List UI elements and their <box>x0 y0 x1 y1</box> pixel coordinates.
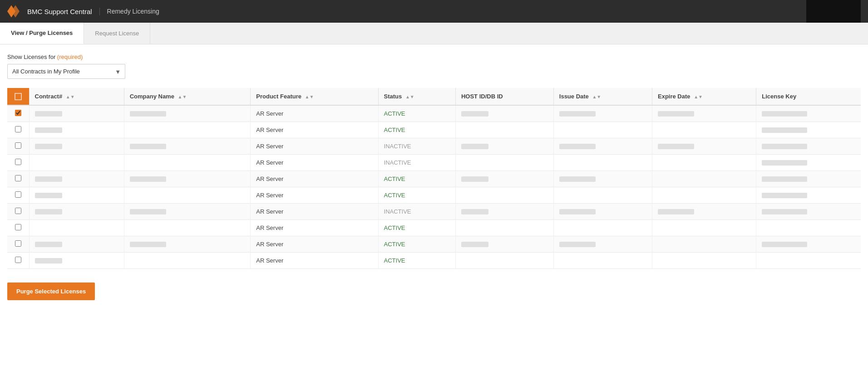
row-checkbox[interactable] <box>15 224 21 230</box>
row-status: ACTIVE <box>378 236 455 252</box>
row-issue-date <box>553 154 652 171</box>
sort-company-icon: ▲▼ <box>178 94 187 99</box>
th-checkbox[interactable] <box>7 88 29 105</box>
row-product: AR Server <box>251 105 378 122</box>
sort-contract-icon: ▲▼ <box>66 94 75 99</box>
row-expire-date <box>652 252 756 268</box>
row-checkbox[interactable] <box>15 240 21 247</box>
row-company <box>124 122 251 138</box>
row-checkbox[interactable] <box>15 142 21 149</box>
row-expire-date <box>652 187 756 203</box>
row-issue-date <box>553 236 652 252</box>
row-issue-date <box>553 138 652 154</box>
header-right-panel <box>806 0 861 23</box>
row-company <box>124 187 251 203</box>
brand-name: BMC Support Central <box>27 8 100 15</box>
row-checkbox[interactable] <box>15 110 21 116</box>
row-issue-date <box>553 171 652 187</box>
th-company[interactable]: Company Name ▲▼ <box>124 88 251 105</box>
row-expire-date <box>652 236 756 252</box>
row-contract <box>29 154 124 171</box>
svg-marker-1 <box>11 5 20 18</box>
row-issue-date <box>553 105 652 122</box>
row-checkbox-cell <box>7 203 29 219</box>
table-row: AR ServerACTIVE <box>7 122 861 138</box>
row-company <box>124 105 251 122</box>
th-contract[interactable]: Contract# ▲▼ <box>29 88 124 105</box>
th-issue-date[interactable]: Issue Date ▲▼ <box>553 88 652 105</box>
th-license-key: License Key <box>756 88 861 105</box>
table-row: AR ServerACTIVE <box>7 105 861 122</box>
row-checkbox[interactable] <box>15 257 21 263</box>
row-issue-date <box>553 187 652 203</box>
row-status: ACTIVE <box>378 105 455 122</box>
row-contract <box>29 138 124 154</box>
select-all-icon <box>15 93 22 100</box>
row-status: ACTIVE <box>378 252 455 268</box>
row-checkbox[interactable] <box>15 208 21 214</box>
row-expire-date <box>652 105 756 122</box>
row-checkbox-cell <box>7 154 29 171</box>
show-licenses-dropdown[interactable]: All Contracts in My Profile <box>7 64 125 79</box>
row-company <box>124 236 251 252</box>
row-issue-date <box>553 122 652 138</box>
th-status[interactable]: Status ▲▼ <box>378 88 455 105</box>
row-issue-date <box>553 219 652 236</box>
row-checkbox-cell <box>7 105 29 122</box>
bmc-logo-icon <box>7 5 24 18</box>
logo-area: BMC Support Central <box>7 5 100 18</box>
row-checkbox[interactable] <box>15 175 21 181</box>
row-contract <box>29 122 124 138</box>
row-hostid <box>455 236 553 252</box>
row-expire-date <box>652 203 756 219</box>
row-checkbox[interactable] <box>15 191 21 198</box>
row-product: AR Server <box>251 171 378 187</box>
row-license-key <box>756 203 861 219</box>
row-hostid <box>455 122 553 138</box>
row-product: AR Server <box>251 138 378 154</box>
row-status: INACTIVE <box>378 154 455 171</box>
row-contract <box>29 187 124 203</box>
row-contract <box>29 203 124 219</box>
row-contract <box>29 171 124 187</box>
purge-selected-button[interactable]: Purge Selected Licenses <box>7 283 95 300</box>
tab-view-purge[interactable]: View / Purge Licenses <box>0 23 84 44</box>
row-product: AR Server <box>251 122 378 138</box>
row-product: AR Server <box>251 203 378 219</box>
app-title: Remedy Licensing <box>107 8 159 15</box>
tab-request-license[interactable]: Request License <box>84 23 150 44</box>
row-hostid <box>455 105 553 122</box>
row-company <box>124 154 251 171</box>
row-contract <box>29 252 124 268</box>
row-contract <box>29 219 124 236</box>
row-company <box>124 138 251 154</box>
row-checkbox[interactable] <box>15 126 21 132</box>
row-license-key <box>756 171 861 187</box>
row-license-key <box>756 187 861 203</box>
row-company <box>124 171 251 187</box>
row-checkbox[interactable] <box>15 159 21 165</box>
row-hostid <box>455 154 553 171</box>
row-checkbox-cell <box>7 171 29 187</box>
row-company <box>124 203 251 219</box>
row-checkbox-cell <box>7 138 29 154</box>
table-row: AR ServerACTIVE <box>7 219 861 236</box>
sort-issue-icon: ▲▼ <box>592 94 601 99</box>
row-product: AR Server <box>251 236 378 252</box>
row-contract <box>29 105 124 122</box>
table-row: AR ServerACTIVE <box>7 187 861 203</box>
row-expire-date <box>652 122 756 138</box>
row-status: INACTIVE <box>378 203 455 219</box>
row-license-key <box>756 154 861 171</box>
row-expire-date <box>652 138 756 154</box>
row-hostid <box>455 203 553 219</box>
row-expire-date <box>652 219 756 236</box>
licenses-table: Contract# ▲▼ Company Name ▲▼ Product Fea… <box>7 88 861 269</box>
row-expire-date <box>652 171 756 187</box>
sort-product-icon: ▲▼ <box>305 94 314 99</box>
table-row: AR ServerACTIVE <box>7 171 861 187</box>
row-hostid <box>455 138 553 154</box>
th-expire-date[interactable]: Expire Date ▲▼ <box>652 88 756 105</box>
table-row: AR ServerACTIVE <box>7 236 861 252</box>
th-product[interactable]: Product Feature ▲▼ <box>251 88 378 105</box>
